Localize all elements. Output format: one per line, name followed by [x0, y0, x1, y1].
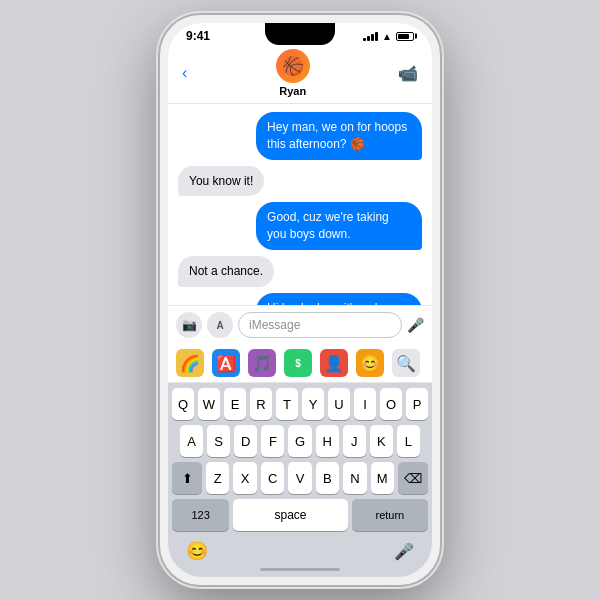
space-key[interactable]: space	[233, 499, 347, 531]
received-bubble: You know it!	[178, 166, 264, 197]
contact-name: Ryan	[279, 85, 306, 97]
messages-area: Hey man, we on for hoops this afternoon?…	[168, 104, 432, 305]
keyboard-row-1: Q W E R T Y U I O P	[172, 388, 428, 420]
key-a[interactable]: A	[180, 425, 203, 457]
status-time: 9:41	[186, 29, 210, 43]
status-bar: 9:41 ▲	[168, 23, 432, 45]
key-o[interactable]: O	[380, 388, 402, 420]
nav-bar: ‹ 🏀 Ryan 📹	[168, 45, 432, 104]
mic-key[interactable]: 🎤	[394, 542, 414, 561]
keyboard-row-3: ⬆ Z X C V B N M ⌫	[172, 462, 428, 494]
key-v[interactable]: V	[288, 462, 311, 494]
delete-key[interactable]: ⌫	[398, 462, 428, 494]
key-w[interactable]: W	[198, 388, 220, 420]
key-b[interactable]: B	[316, 462, 339, 494]
key-l[interactable]: L	[397, 425, 420, 457]
message-row: Hi lamb chop, it's only been an hour and…	[178, 293, 422, 305]
key-c[interactable]: C	[261, 462, 284, 494]
shift-key[interactable]: ⬆	[172, 462, 202, 494]
return-key[interactable]: return	[352, 499, 428, 531]
cash-button[interactable]: $	[284, 349, 312, 377]
key-y[interactable]: Y	[302, 388, 324, 420]
sent-bubble: Good, cuz we're taking you boys down.	[256, 202, 422, 250]
key-g[interactable]: G	[288, 425, 311, 457]
sent-bubble: Hey man, we on for hoops this afternoon?…	[256, 112, 422, 160]
video-call-button[interactable]: 📹	[398, 64, 418, 83]
input-bar: 📷 A iMessage 🎤	[168, 305, 432, 344]
key-j[interactable]: J	[343, 425, 366, 457]
message-row: Good, cuz we're taking you boys down.	[178, 202, 422, 250]
key-n[interactable]: N	[343, 462, 366, 494]
back-button[interactable]: ‹	[182, 64, 187, 82]
key-x[interactable]: X	[233, 462, 256, 494]
emoji-key[interactable]: 😊	[186, 540, 208, 562]
message-row: Hey man, we on for hoops this afternoon?…	[178, 112, 422, 160]
message-input[interactable]: iMessage	[238, 312, 402, 338]
key-s[interactable]: S	[207, 425, 230, 457]
key-t[interactable]: T	[276, 388, 298, 420]
mic-button[interactable]: 🎤	[407, 317, 424, 333]
message-row: You know it!	[178, 166, 422, 197]
home-indicator	[260, 568, 340, 571]
podcast-button[interactable]: 🎵	[248, 349, 276, 377]
app-strip: 🌈 🅰️ 🎵 $ 👤 😊 🔍	[168, 344, 432, 383]
key-h[interactable]: H	[316, 425, 339, 457]
key-k[interactable]: K	[370, 425, 393, 457]
key-e[interactable]: E	[224, 388, 246, 420]
contact-button[interactable]: 👤	[320, 349, 348, 377]
search-strip-button[interactable]: 🔍	[392, 349, 420, 377]
contact-info[interactable]: 🏀 Ryan	[276, 49, 310, 97]
wifi-icon: ▲	[382, 31, 392, 42]
sticker-button[interactable]: 😊	[356, 349, 384, 377]
numbers-key[interactable]: 123	[172, 499, 229, 531]
key-q[interactable]: Q	[172, 388, 194, 420]
contact-avatar: 🏀	[276, 49, 310, 83]
keyboard: Q W E R T Y U I O P A S D F G H J K	[168, 383, 432, 577]
status-icons: ▲	[363, 31, 414, 42]
key-u[interactable]: U	[328, 388, 350, 420]
camera-button[interactable]: 📷	[176, 312, 202, 338]
key-i[interactable]: I	[354, 388, 376, 420]
key-f[interactable]: F	[261, 425, 284, 457]
battery-icon	[396, 32, 414, 41]
keyboard-row-4: 123 space return	[172, 499, 428, 531]
message-row: Not a chance.	[178, 256, 422, 287]
apps-button[interactable]: A	[207, 312, 233, 338]
keyboard-bottom-bar: 😊 🎤	[172, 536, 428, 568]
keyboard-row-2: A S D F G H J K L	[172, 425, 428, 457]
notch	[265, 23, 335, 45]
appstore-button[interactable]: 🅰️	[212, 349, 240, 377]
sent-bubble: Hi lamb chop, it's only been an hour and…	[256, 293, 422, 305]
key-p[interactable]: P	[406, 388, 428, 420]
key-d[interactable]: D	[234, 425, 257, 457]
key-m[interactable]: M	[371, 462, 394, 494]
key-z[interactable]: Z	[206, 462, 229, 494]
memoji-button[interactable]: 🌈	[176, 349, 204, 377]
phone-device: 9:41 ▲ ‹ 🏀 Ryan 📹	[160, 15, 440, 585]
signal-icon	[363, 32, 378, 41]
key-r[interactable]: R	[250, 388, 272, 420]
phone-screen: 9:41 ▲ ‹ 🏀 Ryan 📹	[168, 23, 432, 577]
input-placeholder: iMessage	[249, 318, 300, 332]
received-bubble: Not a chance.	[178, 256, 274, 287]
